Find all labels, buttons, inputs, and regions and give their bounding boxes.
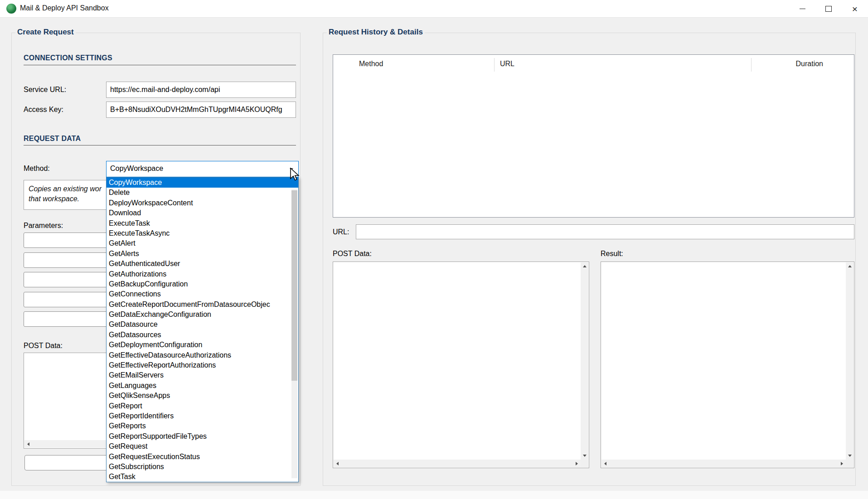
method-option[interactable]: GetReportIdentifiers — [107, 411, 298, 421]
scroll-right-button[interactable] — [573, 460, 581, 467]
request-data-heading: REQUEST DATA — [24, 135, 81, 143]
method-option[interactable]: ExecuteTask — [107, 218, 298, 228]
close-icon: × — [852, 4, 858, 14]
history-post-data-textarea[interactable] — [333, 262, 589, 468]
method-option[interactable]: GetDeploymentConfiguration — [107, 340, 298, 350]
column-divider — [751, 58, 752, 72]
minimize-button[interactable] — [789, 0, 815, 17]
method-option[interactable]: GetConnections — [107, 289, 298, 299]
method-combobox[interactable]: CopyWorkspace — [106, 161, 299, 177]
method-option[interactable]: GetAuthorizations — [107, 269, 298, 279]
column-header-duration[interactable]: Duration — [796, 60, 823, 68]
scrollbar-corner — [846, 460, 853, 467]
method-option[interactable]: GetRequestExecutionStatus — [107, 452, 298, 462]
method-option[interactable]: GetQlikSenseApps — [107, 391, 298, 401]
request-history-title: Request History & Details — [327, 28, 425, 37]
dropdown-scrollbar-thumb[interactable] — [291, 190, 297, 381]
access-key-input[interactable] — [106, 102, 296, 118]
service-url-label: Service URL: — [24, 86, 66, 94]
arrow-down-icon — [848, 455, 852, 457]
connection-settings-divider — [24, 65, 296, 65]
method-option[interactable]: GetCreateReportDocumentFromDatasourceObj… — [107, 300, 298, 310]
arrow-up-icon — [848, 265, 852, 267]
arrow-right-icon — [841, 462, 843, 465]
connection-settings-heading: CONNECTION SETTINGS — [24, 54, 112, 62]
method-option[interactable]: GetAlerts — [107, 249, 298, 259]
method-option[interactable]: CopyWorkspace — [107, 178, 298, 188]
titlebar: Mail & Deploy API Sandbox × — [0, 0, 868, 18]
window-footer — [0, 491, 868, 499]
result-textarea[interactable] — [601, 262, 854, 468]
column-header-method[interactable]: Method — [359, 60, 383, 68]
scroll-down-button[interactable] — [846, 452, 853, 460]
minimize-icon — [800, 9, 805, 9]
result-label: Result: — [601, 250, 623, 258]
history-table-body — [333, 75, 854, 217]
request-data-divider — [24, 145, 296, 145]
access-key-label: Access Key: — [24, 106, 63, 114]
method-option[interactable]: GetLanguages — [107, 381, 298, 391]
history-table-header: Method URL Duration — [333, 55, 854, 75]
window-title: Mail & Deploy API Sandbox — [20, 4, 109, 12]
method-option[interactable]: GetDatasource — [107, 320, 298, 329]
parameters-label: Parameters: — [24, 222, 63, 230]
horizontal-scrollbar[interactable] — [601, 460, 846, 467]
window-controls: × — [789, 0, 868, 17]
arrow-right-icon — [576, 462, 578, 465]
scroll-up-button[interactable] — [581, 262, 588, 270]
arrow-left-icon — [336, 462, 339, 465]
method-option[interactable]: GetEMailServers — [107, 370, 298, 380]
method-option[interactable]: GetSubscriptions — [107, 462, 298, 472]
column-header-url[interactable]: URL — [500, 60, 514, 68]
method-option[interactable]: GetRequest — [107, 441, 298, 451]
method-option[interactable]: GetEffectiveDatasourceAuthorizations — [107, 350, 298, 360]
method-option[interactable]: GetAlert — [107, 238, 298, 248]
horizontal-scrollbar[interactable] — [334, 460, 581, 467]
method-dropdown: CopyWorkspaceDeleteDeployWorkspaceConten… — [106, 177, 299, 482]
vertical-scrollbar[interactable] — [581, 262, 588, 460]
scroll-left-button[interactable] — [24, 440, 32, 448]
create-request-title: Create Request — [15, 28, 76, 37]
method-option[interactable]: GetBackupConfiguration — [107, 279, 298, 289]
app-window: Mail & Deploy API Sandbox × Create Reque… — [0, 0, 868, 499]
method-option[interactable]: GetAuthenticatedUser — [107, 259, 298, 269]
scroll-up-button[interactable] — [846, 262, 853, 270]
history-table[interactable]: Method URL Duration — [333, 54, 854, 218]
method-option[interactable]: GetTask — [107, 472, 298, 482]
scroll-left-button[interactable] — [601, 460, 609, 467]
method-option[interactable]: GetEffectiveReportAuthorizations — [107, 360, 298, 370]
arrow-up-icon — [583, 265, 587, 267]
scroll-right-button[interactable] — [838, 460, 846, 467]
maximize-button[interactable] — [815, 0, 842, 17]
post-data-label-left: POST Data: — [24, 342, 63, 350]
vertical-scrollbar[interactable] — [846, 262, 853, 460]
app-icon — [6, 4, 16, 14]
method-dropdown-list: CopyWorkspaceDeleteDeployWorkspaceConten… — [107, 178, 298, 482]
scroll-down-button[interactable] — [581, 452, 588, 460]
method-option[interactable]: GetReportSupportedFileTypes — [107, 431, 298, 441]
post-data-label-right: POST Data: — [333, 250, 372, 258]
arrow-down-icon — [583, 455, 587, 457]
method-option[interactable]: GetReport — [107, 401, 298, 411]
method-option[interactable]: Download — [107, 208, 298, 218]
column-divider — [494, 58, 495, 72]
arrow-left-icon — [604, 462, 606, 465]
arrow-left-icon — [27, 442, 29, 446]
method-combobox-value: CopyWorkspace — [110, 165, 163, 173]
method-option[interactable]: GetDatasources — [107, 330, 298, 340]
mouse-cursor — [290, 168, 302, 181]
method-option[interactable]: ExecuteTaskAsync — [107, 228, 298, 238]
method-option[interactable]: GetDataExchangeConfiguration — [107, 310, 298, 320]
url-label: URL: — [333, 228, 349, 236]
dropdown-scrollbar[interactable] — [291, 189, 297, 478]
maximize-icon — [825, 6, 832, 12]
scrollbar-corner — [581, 460, 588, 467]
url-input[interactable] — [356, 224, 854, 239]
method-option[interactable]: GetReports — [107, 421, 298, 431]
method-option[interactable]: Delete — [107, 188, 298, 198]
method-option[interactable]: DeployWorkspaceContent — [107, 198, 298, 208]
method-label: Method: — [24, 165, 50, 173]
scroll-left-button[interactable] — [334, 460, 341, 467]
service-url-input[interactable] — [106, 82, 296, 98]
close-button[interactable]: × — [842, 0, 868, 17]
